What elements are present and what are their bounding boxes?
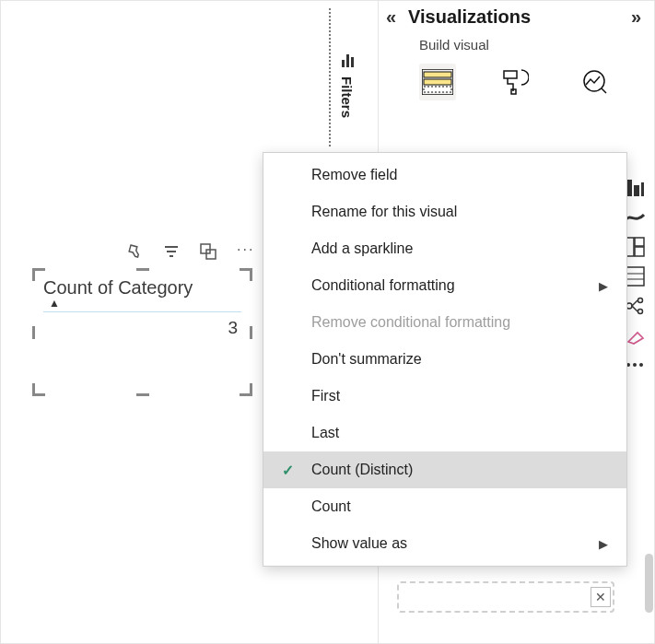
- build-visual-label: Build visual: [379, 33, 654, 58]
- menu-label: Show value as: [311, 535, 407, 552]
- resize-handle[interactable]: [136, 268, 149, 271]
- eraser-icon[interactable]: [625, 325, 645, 345]
- build-tabs: [379, 58, 654, 110]
- tab-format[interactable]: [497, 64, 533, 100]
- more-options[interactable]: ···: [237, 243, 254, 260]
- collapse-icon[interactable]: «: [386, 6, 408, 28]
- ribbon-icon[interactable]: [625, 207, 645, 228]
- menu-remove-field[interactable]: Remove field: [263, 157, 626, 193]
- pin-icon[interactable]: [126, 243, 143, 260]
- expand-icon[interactable]: »: [619, 6, 641, 28]
- menu-remove-conditional-formatting: Remove conditional formatting: [263, 304, 626, 341]
- svg-rect-10: [641, 182, 644, 196]
- resize-handle[interactable]: [250, 326, 252, 339]
- menu-label: Remove field: [311, 167, 397, 183]
- matrix-icon[interactable]: [625, 266, 645, 287]
- svg-rect-14: [626, 267, 644, 286]
- svg-line-18: [632, 300, 637, 306]
- resize-handle[interactable]: [136, 393, 149, 396]
- svg-rect-13: [635, 247, 644, 256]
- scrollbar-thumb[interactable]: [645, 554, 653, 613]
- resize-handle[interactable]: [32, 326, 35, 339]
- svg-point-20: [638, 299, 643, 303]
- tab-build-visual[interactable]: [419, 64, 456, 100]
- svg-point-6: [584, 71, 604, 91]
- focus-icon[interactable]: [200, 243, 216, 260]
- svg-line-7: [602, 88, 606, 93]
- svg-rect-4: [504, 71, 517, 78]
- filter-icon[interactable]: [163, 243, 180, 260]
- svg-rect-1: [424, 72, 451, 77]
- bar-chart-icon: [342, 53, 357, 69]
- svg-point-21: [638, 310, 643, 314]
- menu-rename[interactable]: Rename for this visual: [263, 193, 626, 230]
- svg-rect-28: [351, 57, 354, 67]
- svg-point-24: [633, 363, 637, 367]
- menu-add-sparkline[interactable]: Add a sparkline: [263, 230, 626, 267]
- svg-rect-5: [511, 89, 516, 94]
- sort-asc-icon[interactable]: ▲: [41, 299, 243, 308]
- analytics-lens-icon: [578, 68, 607, 96]
- decomposition-icon[interactable]: [625, 296, 645, 316]
- menu-label: Rename for this visual: [311, 204, 457, 220]
- cell-value: 3: [41, 312, 243, 338]
- field-context-menu: Remove field Rename for this visual Add …: [263, 152, 627, 567]
- more-icon[interactable]: [625, 355, 645, 375]
- menu-label: Add a sparkline: [311, 240, 413, 257]
- svg-rect-9: [634, 185, 639, 196]
- panel-header: « Visualizations »: [379, 1, 654, 33]
- menu-last[interactable]: Last: [263, 415, 626, 451]
- build-visual-icon: [422, 69, 453, 95]
- svg-rect-32: [201, 244, 210, 253]
- tab-analytics[interactable]: [574, 64, 611, 100]
- svg-rect-12: [635, 238, 644, 246]
- svg-marker-22: [628, 333, 643, 344]
- menu-conditional-formatting[interactable]: Conditional formatting▶: [263, 267, 626, 304]
- menu-show-value-as[interactable]: Show value as▶: [263, 525, 626, 562]
- menu-label: First: [311, 388, 340, 404]
- stacked-bar-icon[interactable]: [625, 178, 645, 198]
- column-header[interactable]: Count of Category: [41, 275, 243, 299]
- menu-label: Conditional formatting: [311, 277, 455, 294]
- svg-point-25: [639, 363, 643, 367]
- paint-roller-icon: [501, 68, 529, 96]
- svg-rect-2: [424, 79, 451, 85]
- table-inner: Count of Category ▲ 3: [41, 275, 243, 389]
- svg-line-19: [632, 306, 637, 311]
- chevron-right-icon: ▶: [599, 537, 608, 551]
- visual-toolbar: ···: [126, 243, 254, 260]
- svg-rect-3: [424, 87, 451, 92]
- menu-label: Count (Distinct): [311, 462, 413, 478]
- menu-label: Don't summarize: [311, 351, 422, 368]
- menu-first[interactable]: First: [263, 378, 626, 415]
- chevron-right-icon: ▶: [599, 279, 608, 293]
- svg-rect-33: [206, 250, 216, 259]
- menu-count-distinct[interactable]: Count (Distinct): [263, 451, 626, 488]
- menu-dont-summarize[interactable]: Don't summarize: [263, 341, 626, 378]
- menu-label: Remove conditional formatting: [311, 314, 510, 331]
- close-button[interactable]: ✕: [591, 587, 611, 607]
- svg-rect-26: [342, 60, 345, 67]
- table-visual[interactable]: Count of Category ▲ 3: [34, 270, 251, 394]
- menu-count[interactable]: Count: [263, 488, 626, 525]
- filters-label[interactable]: Filters: [339, 76, 356, 118]
- menu-label: Count: [311, 498, 351, 515]
- svg-rect-27: [346, 54, 349, 67]
- menu-label: Last: [311, 425, 339, 441]
- field-drop-well[interactable]: [397, 581, 614, 613]
- close-icon: ✕: [595, 590, 606, 604]
- treemap-icon[interactable]: [625, 237, 645, 257]
- panel-title: Visualizations: [408, 6, 619, 28]
